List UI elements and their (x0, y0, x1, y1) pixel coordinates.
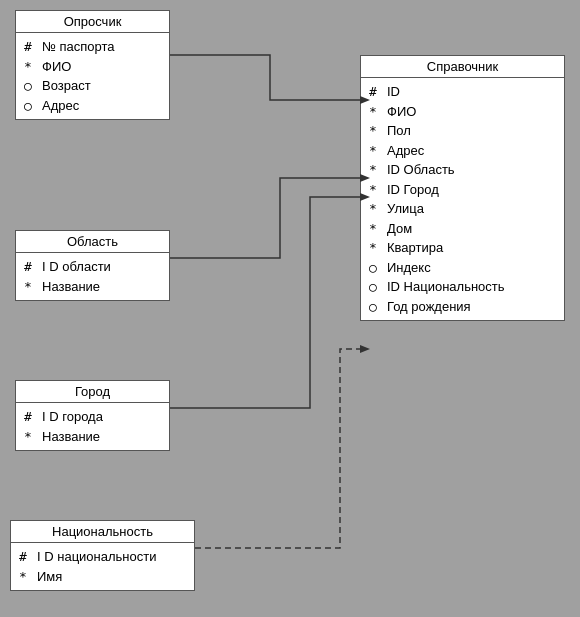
oprosnik-title: Опросчик (16, 11, 169, 33)
gorod-title: Город (16, 381, 169, 403)
oprosnik-entity: Опросчик #№ паспорта *ФИО ○Возраст ○Адре… (15, 10, 170, 120)
svg-marker-3 (360, 345, 370, 353)
oprosnik-fields: #№ паспорта *ФИО ○Возраст ○Адрес (16, 33, 169, 119)
oblast-entity: Область #I D области *Название (15, 230, 170, 301)
natsionalnost-title: Национальность (11, 521, 194, 543)
spravochnik-title: Справочник (361, 56, 564, 78)
spravochnik-fields: #ID *ФИО *Пол *Адрес *ID Область *ID Гор… (361, 78, 564, 320)
natsionalnost-fields: #I D национальности *Имя (11, 543, 194, 590)
natsionalnost-entity: Национальность #I D национальности *Имя (10, 520, 195, 591)
gorod-fields: #I D города *Название (16, 403, 169, 450)
spravochnik-entity: Справочник #ID *ФИО *Пол *Адрес *ID Обла… (360, 55, 565, 321)
gorod-entity: Город #I D города *Название (15, 380, 170, 451)
oblast-title: Область (16, 231, 169, 253)
oblast-fields: #I D области *Название (16, 253, 169, 300)
